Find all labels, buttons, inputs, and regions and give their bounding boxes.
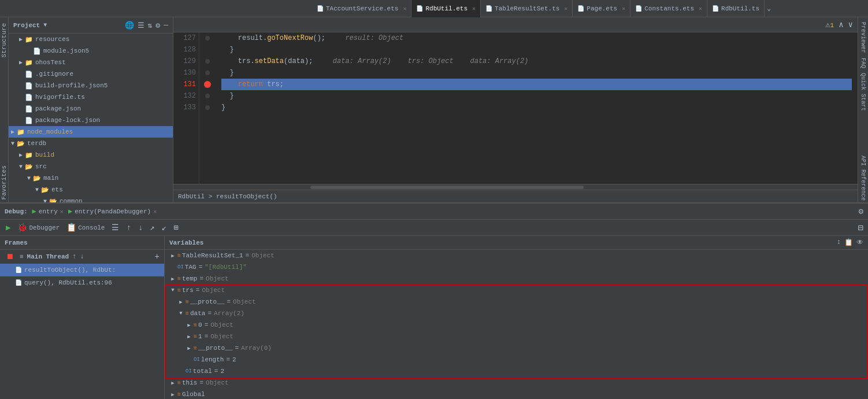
var-item-total[interactable]: OI total = 2 [165,365,868,377]
debug-tab-debugger[interactable]: 🐞 Debugger [16,221,61,234]
toolbar-icon-2[interactable]: ∧ [839,20,843,29]
tab-close-2[interactable]: ✕ [564,5,567,12]
var-item-data-1[interactable]: ▶ ≡ 1 = Object [165,331,868,342]
var-arrow: ▶ [186,334,192,340]
frame-item-0[interactable]: 📄 resultToObject(), RdbUt: [0,264,164,276]
tab-constants[interactable]: 📄 Constants.ets ✕ [630,0,707,17]
variables-content[interactable]: ▶ ≡ TableResultSet_1 = Object OI TAG = "… [165,250,868,399]
tab-tableresultset[interactable]: 📄 TableResultSet.ts ✕ [481,0,573,17]
var-item-data-0[interactable]: ▶ ≡ 0 = Object [165,319,868,331]
debug-btn-down[interactable]: ↓ [137,222,144,234]
var-ctrl-3[interactable]: 👁 [856,238,863,247]
var-item-tableresultset[interactable]: ▶ ≡ TableResultSet_1 = Object [165,250,868,261]
editor-scrollbar-h[interactable] [173,184,858,190]
gutter-130 [199,67,216,79]
debug-tab-console[interactable]: 📋 Console [65,221,106,234]
tab-close-3[interactable]: ✕ [622,5,625,12]
thread-stop-btn[interactable]: ⏹ [5,251,15,263]
var-item-temp[interactable]: ▶ ≡ temp = Object [165,273,868,285]
thread-add-btn[interactable]: + [155,252,159,261]
tree-item-gitignore[interactable]: 📄 .gitignore [9,68,173,80]
tree-item-hvigorfile[interactable]: 📄 hvigorfile.ts [9,91,173,103]
tab-close-rdbutil[interactable]: ✕ [472,5,476,12]
tree-item-build[interactable]: ▶ 📁 build [9,149,173,161]
tab-close-4[interactable]: ✕ [699,5,702,12]
thread-icon: ≡ [20,253,24,260]
tree-item-common[interactable]: ▼ 📂 common [9,195,173,202]
debug-btn-up[interactable]: ↑ [125,222,132,234]
tab-page-ets[interactable]: 📄 Page.ets ✕ [573,0,630,17]
sidebar-label-favorites[interactable]: Favorites [0,162,9,202]
thread-up-btn[interactable]: ↑ [72,253,76,261]
debug-entry-2[interactable]: ▶ entry(PandaDebugger) ✕ [68,207,157,216]
scrollbar-thumb[interactable] [310,186,584,189]
var-item-proto-trs[interactable]: ▶ ≡ __proto__ = Object [165,296,868,308]
tree-item-ets[interactable]: ▼ 📂 ets [9,184,173,195]
var-eq: = [199,275,203,282]
tree-item-package-json[interactable]: 📄 package.json [9,103,173,114]
tabs-overflow[interactable]: ⌄ [767,4,771,13]
tree-item-package-lock[interactable]: 📄 package-lock.json [9,114,173,126]
right-sidebar-quickstart[interactable]: Quick Start [858,71,868,113]
var-item-length[interactable]: OI length = 2 [165,354,868,365]
tree-item-resources[interactable]: ▶ 📁 resources [9,34,173,45]
debug-btn-step-over[interactable]: ☰ [110,221,120,234]
code-content[interactable]: result.goToNextRow(); result: Object } t… [216,32,858,184]
var-item-global[interactable]: ▶ ≡ Global [165,389,868,399]
debug-toolbar-settings[interactable]: ⊟ [858,222,863,234]
frame-item-1[interactable]: 📄 query(), RdbUtil.ets:96 [0,276,164,289]
var-item-data[interactable]: ▼ ≡ data = Array(2) [165,308,868,319]
tree-item-src[interactable]: ▼ 📂 src [9,161,173,172]
code-text: trs. [221,56,255,67]
breakpoint-indicator[interactable] [204,81,211,88]
right-sidebar-faq[interactable]: FAQ [858,56,868,70]
project-icon-list[interactable]: ☰ [138,21,144,30]
project-dropdown-icon[interactable]: ▼ [43,22,47,28]
project-header: Project ▼ 🌐 ☰ ⇅ ⚙ — [9,17,173,34]
project-icon-globe[interactable]: 🌐 [125,21,134,30]
var-icon-eq: ≡ [177,391,181,398]
debug-settings-icon[interactable]: ⚙ [859,206,863,216]
tree-item-ohostest[interactable]: ▶ 📁 ohosTest [9,57,173,68]
debug-tabs-bar: Debug: ▶ entry ✕ ▶ entry(PandaDebugger) … [0,204,868,220]
debug-play-btn[interactable]: ▶ [5,221,12,234]
right-sidebar-api[interactable]: API Reference [858,154,868,202]
toolbar-icon-1[interactable]: ⚠1 [825,20,834,29]
project-icon-settings[interactable]: ⚙ [155,21,160,30]
code-text: } [221,67,234,79]
var-item-trs[interactable]: ▼ ≡ trs = Object [165,285,868,296]
project-icon-minus[interactable]: — [164,21,168,30]
tree-item-main[interactable]: ▼ 📂 main [9,172,173,184]
frame-icon-0: 📄 [15,267,22,274]
var-icon-eq: ≡ [194,334,197,340]
tab-rdbutil-ets[interactable]: 📄 RdbUtil.ets ✕ [411,0,481,17]
folder-icon: 📂 [25,163,33,171]
project-icon-arrows[interactable]: ⇅ [148,21,153,30]
debug-btn-step-into[interactable]: ↗ [149,221,155,234]
var-item-this[interactable]: ▶ ≡ this = Object [165,377,868,389]
code-hint-127: result: Object [337,32,403,44]
debug-entry-close-2[interactable]: ✕ [153,208,157,215]
tab-close-taccountservice[interactable]: ✕ [403,5,406,12]
sidebar-label-structure[interactable]: Structure [0,20,9,60]
var-item-proto-data[interactable]: ▶ ≡ __proto__ = Array(0) [165,342,868,354]
var-ctrl-1[interactable]: ↕ [837,238,841,247]
tree-item-module-json5[interactable]: 📄 module.json5 [9,45,173,57]
var-name: __proto__ [190,298,224,305]
toolbar-icon-3[interactable]: ∨ [848,20,853,29]
tree-item-build-profile[interactable]: 📄 build-profile.json5 [9,80,173,91]
tree-item-node-modules[interactable]: ▶ 📁 node_modules [9,126,173,138]
debug-entry-close-1[interactable]: ✕ [60,208,64,215]
debug-entry-1[interactable]: ▶ entry ✕ [32,207,64,216]
tab-taccountservice[interactable]: 📄 TAccountService.ets ✕ [312,0,411,17]
var-ctrl-2[interactable]: 📋 [844,238,853,247]
var-name: TableResultSet_1 [182,252,243,259]
debug-btn-step-out[interactable]: ↙ [161,221,168,234]
tab-rdbutil-ts[interactable]: 📄 RdbUtil.ts [707,0,765,17]
right-sidebar-previewer[interactable]: Previewer [858,20,868,55]
tree-label: hvigorfile.ts [35,94,85,101]
tree-item-terdb[interactable]: ▼ 📂 terdb [9,138,173,149]
thread-down-btn[interactable]: ↓ [80,253,84,261]
var-item-tag[interactable]: OI TAG = "[RdbUtil]" [165,261,868,273]
debug-btn-grid[interactable]: ⊞ [172,221,179,234]
